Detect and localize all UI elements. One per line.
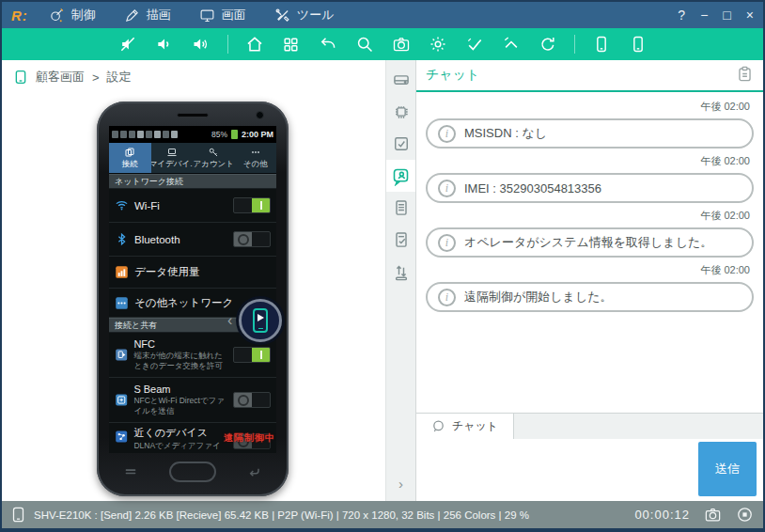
remote-toolbar bbox=[2, 28, 763, 60]
chat-message: 午後 02:00 i 遠隔制御が開始しました。 bbox=[426, 263, 754, 312]
tab-accounts[interactable]: アカウント bbox=[193, 143, 235, 173]
info-icon: i bbox=[438, 289, 456, 306]
tab-connections[interactable]: 接続 bbox=[109, 143, 151, 173]
chat-person-icon bbox=[391, 166, 411, 186]
sbeam-icon bbox=[115, 393, 128, 407]
volume-low-button[interactable] bbox=[154, 34, 175, 55]
tab-checklist[interactable] bbox=[386, 128, 415, 160]
row-desc: 端末が他の端末に触れたときのデータ交換を許可 bbox=[133, 351, 227, 370]
tab-my-device[interactable]: マイデバイ.. bbox=[151, 143, 194, 173]
back-button[interactable] bbox=[318, 34, 338, 55]
breadcrumb-root[interactable]: 顧客画面 bbox=[36, 69, 85, 86]
stylus-icon bbox=[49, 8, 65, 23]
tab-chat[interactable] bbox=[386, 160, 415, 192]
tab-label: 接続 bbox=[122, 159, 138, 170]
sbeam-toggle-off[interactable] bbox=[233, 392, 271, 408]
message-text: IMEI : 352903054813356 bbox=[464, 181, 601, 196]
send-button[interactable]: 送信 bbox=[698, 442, 757, 496]
panel-collapse-chevron[interactable]: › bbox=[398, 476, 403, 492]
breadcrumb-separator: > bbox=[92, 70, 100, 85]
tab-system[interactable] bbox=[386, 96, 415, 128]
window-controls: ? − □ × bbox=[678, 8, 754, 23]
message-timestamp: 午後 02:00 bbox=[426, 209, 750, 223]
help-button[interactable]: ? bbox=[678, 8, 685, 23]
row-bluetooth[interactable]: Bluetooth bbox=[109, 223, 276, 257]
tab-file-transfer[interactable] bbox=[386, 256, 415, 288]
device-1-button[interactable] bbox=[591, 34, 612, 55]
tab-logs[interactable] bbox=[386, 192, 415, 224]
row-label: Wi-Fi bbox=[134, 200, 160, 211]
capture-button[interactable] bbox=[704, 506, 722, 524]
settings-button[interactable] bbox=[428, 34, 448, 55]
device-2-button[interactable] bbox=[628, 34, 648, 55]
menu-tools-label: ツール bbox=[297, 7, 335, 23]
back-arrow-icon bbox=[319, 35, 337, 54]
menu-draw[interactable]: 描画 bbox=[124, 7, 171, 23]
row-label: データ使用量 bbox=[134, 265, 200, 279]
menu-hardware-button[interactable] bbox=[121, 464, 140, 479]
remote-floating-widget[interactable] bbox=[239, 299, 282, 342]
titlebar: R: 制御 描画 画面 bbox=[2, 2, 763, 28]
row-nearby-devices[interactable]: 近くのデバイス DLNAでメディアファイル 遠隔制御中 bbox=[109, 423, 276, 453]
close-button[interactable]: × bbox=[746, 8, 754, 23]
menu-draw-label: 描画 bbox=[147, 7, 171, 23]
section-label: 接続と共有 bbox=[115, 320, 157, 332]
phone-icon bbox=[629, 35, 648, 54]
row-sbeam[interactable]: S Beam NFCとWi-Fi Directでファイルを送信 bbox=[109, 378, 276, 423]
row-label: 近くのデバイス bbox=[133, 426, 227, 440]
message-bubble: i 遠隔制御が開始しました。 bbox=[426, 282, 754, 312]
refresh-button[interactable] bbox=[538, 34, 558, 55]
chat-message: 午後 02:00 i オペレータがシステム情報を取得しました。 bbox=[426, 209, 754, 258]
nfc-toggle-on[interactable] bbox=[233, 347, 271, 363]
tab-device-info[interactable] bbox=[386, 64, 415, 96]
data-usage-icon bbox=[115, 265, 129, 279]
chat-input-section: チャット 送信 bbox=[416, 413, 763, 501]
remote-viewer-panel: 顧客画面 > 設定 85% 2:00 PM bbox=[2, 60, 385, 501]
chat-textarea[interactable]: 送信 bbox=[416, 439, 763, 501]
row-label: S Beam bbox=[133, 383, 227, 395]
chat-input-tab-label: チャット bbox=[452, 418, 498, 434]
wifi-toggle-on[interactable] bbox=[233, 197, 271, 213]
search-button[interactable] bbox=[354, 34, 375, 55]
transfer-arrows-icon bbox=[392, 262, 411, 281]
chat-input-tab-row: チャット bbox=[416, 414, 763, 439]
chat-panel: チャット 午後 02:00 i MSISDN : なし bbox=[416, 60, 763, 501]
tab-report[interactable] bbox=[386, 224, 415, 256]
my-device-icon bbox=[166, 147, 178, 158]
remote-screen[interactable]: 85% 2:00 PM 接続 bbox=[109, 126, 276, 453]
tab-label: その他 bbox=[243, 159, 268, 170]
row-data-usage[interactable]: データ使用量 bbox=[109, 257, 276, 289]
collapse-button[interactable] bbox=[501, 34, 522, 55]
volume-mute-button[interactable] bbox=[117, 34, 138, 55]
check-square-icon bbox=[392, 134, 411, 153]
home-hardware-button[interactable] bbox=[169, 462, 216, 482]
menu-tools[interactable]: ツール bbox=[274, 7, 335, 23]
volume-high-button[interactable] bbox=[191, 34, 211, 55]
toolbar-separator bbox=[574, 35, 575, 54]
breadcrumb: 顧客画面 > 設定 bbox=[2, 60, 385, 94]
tab-more[interactable]: その他 bbox=[235, 143, 277, 173]
record-stop-button[interactable] bbox=[736, 506, 754, 524]
document-lines-icon bbox=[392, 198, 411, 217]
cpu-chip-icon bbox=[392, 102, 411, 121]
screenshot-button[interactable] bbox=[391, 34, 412, 55]
document-check-icon bbox=[392, 230, 411, 249]
menu-control[interactable]: 制御 bbox=[49, 7, 96, 23]
check-button[interactable] bbox=[464, 34, 485, 55]
row-wifi[interactable]: Wi-Fi bbox=[109, 189, 276, 223]
app-grid-button[interactable] bbox=[281, 34, 302, 55]
home-button[interactable] bbox=[244, 34, 265, 55]
minimize-button[interactable]: − bbox=[700, 8, 708, 23]
clipboard-icon[interactable] bbox=[736, 65, 754, 86]
phone-speaker bbox=[177, 113, 209, 117]
chat-input-tab[interactable]: チャット bbox=[416, 414, 514, 439]
bluetooth-toggle-off[interactable] bbox=[233, 231, 271, 247]
menu-screen[interactable]: 画面 bbox=[199, 7, 246, 23]
back-hardware-button[interactable] bbox=[245, 464, 264, 479]
android-clock: 2:00 PM bbox=[242, 130, 273, 139]
maximize-button[interactable]: □ bbox=[723, 8, 730, 23]
battery-percent: 85% bbox=[211, 130, 227, 139]
remote-support-window: R: 制御 描画 画面 bbox=[0, 0, 765, 532]
widget-collapse-chevron[interactable]: ‹ bbox=[227, 312, 232, 329]
volume-high-icon bbox=[192, 35, 211, 54]
